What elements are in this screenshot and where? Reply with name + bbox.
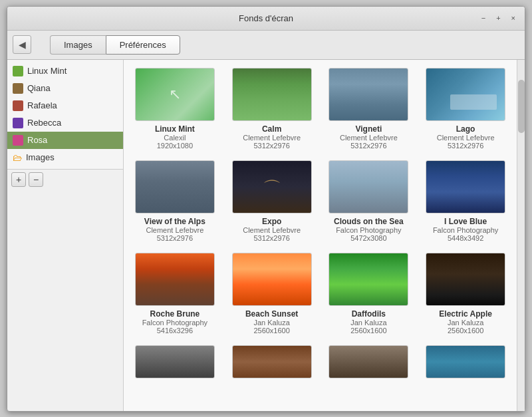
tab-bar: Images Préférences xyxy=(50,35,180,55)
title-vigneti: Vigneti xyxy=(355,124,382,134)
size-expo: 5312x2976 xyxy=(253,234,289,242)
sidebar-label-rosa: Rosa xyxy=(27,135,47,145)
remove-icon: − xyxy=(33,174,39,185)
wallpaper-calm[interactable]: Calm Clement Lefebvre 5312x2976 xyxy=(229,68,315,150)
distro-icon-rosa xyxy=(13,135,23,146)
thumb-beach xyxy=(232,253,312,306)
thumb-col1 xyxy=(135,345,215,378)
wallpaper-clouds[interactable]: Clouds on the Sea Falcon Photography 547… xyxy=(326,160,412,242)
thumb-col2 xyxy=(232,345,312,378)
thumb-col3 xyxy=(329,345,408,378)
title-blue: I Love Blue xyxy=(444,217,487,226)
wallpaper-alps[interactable]: View of the Alps Clement Lefebvre 5312x2… xyxy=(132,160,218,242)
title-calm: Calm xyxy=(262,124,281,134)
size-vigneti: 5312x2976 xyxy=(350,142,386,150)
sidebar-item-rebecca[interactable]: Rebecca xyxy=(7,114,123,132)
sidebar-item-images[interactable]: 🗁 Images xyxy=(7,149,123,166)
thumb-roche xyxy=(135,253,215,306)
distro-icon-linux-mint xyxy=(13,66,23,76)
sidebar-item-rafaela[interactable]: Rafaela xyxy=(7,97,123,114)
author-vigneti: Clement Lefebvre xyxy=(340,134,398,142)
wallpaper-blue[interactable]: I Love Blue Falcon Photography 5448x3492 xyxy=(422,160,509,242)
size-daffodils: 2560x1600 xyxy=(350,327,386,335)
title-expo: Expo xyxy=(262,217,281,226)
distro-icon-rafaela xyxy=(13,100,23,111)
author-alps: Clement Lefebvre xyxy=(146,226,203,234)
wallpaper-electric[interactable]: Electric Apple Jan Kaluza 2560x1600 xyxy=(422,253,509,335)
remove-source-button[interactable]: − xyxy=(29,172,43,187)
sidebar-item-rosa[interactable]: Rosa xyxy=(7,132,123,149)
main-window: Fonds d'écran − + × ◀ Images Préférences… xyxy=(7,6,525,412)
content-area: Linux Mint Qiana Rafaela Rebecca Rosa xyxy=(7,60,525,411)
sidebar-footer: + − xyxy=(7,169,123,190)
wallpaper-grid: Linux Mint Calexil 1920x1080 Calm Clemen… xyxy=(132,68,509,382)
window-controls: − + × xyxy=(479,13,518,23)
scrollbar-thumb[interactable] xyxy=(518,80,525,133)
scrollbar[interactable] xyxy=(517,60,525,411)
wallpaper-expo[interactable]: Expo Clement Lefebvre 5312x2976 xyxy=(229,160,315,242)
author-blue: Falcon Photography xyxy=(433,226,498,234)
sidebar-item-qiana[interactable]: Qiana xyxy=(7,80,123,97)
add-icon: + xyxy=(16,174,21,185)
size-linux-mint: 1920x1080 xyxy=(157,142,193,150)
title-linux-mint: Linux Mint xyxy=(155,124,195,134)
thumb-lago xyxy=(426,68,505,121)
wallpaper-partial-2[interactable] xyxy=(229,345,315,382)
size-clouds: 5472x3080 xyxy=(350,234,386,242)
minimize-button[interactable]: − xyxy=(479,13,488,23)
wallpaper-roche[interactable]: Roche Brune Falcon Photography 5416x3296 xyxy=(132,253,218,335)
wallpaper-partial-4[interactable] xyxy=(422,345,509,382)
wallpaper-lago[interactable]: Lago Clement Lefebvre 5312x2976 xyxy=(422,68,509,150)
author-beach: Jan Kaluza xyxy=(253,319,289,327)
thumb-blue xyxy=(426,160,505,213)
distro-icon-qiana xyxy=(13,83,23,94)
tab-images[interactable]: Images xyxy=(50,35,106,55)
thumb-linux-mint xyxy=(135,68,215,121)
author-electric: Jan Kaluza xyxy=(448,319,483,327)
size-blue: 5448x3492 xyxy=(448,234,483,242)
thumb-expo xyxy=(232,160,312,213)
sidebar-label-qiana: Qiana xyxy=(27,83,51,93)
size-electric: 2560x1600 xyxy=(448,327,483,335)
maximize-button[interactable]: + xyxy=(493,13,503,23)
thumb-alps xyxy=(135,160,215,213)
title-clouds: Clouds on the Sea xyxy=(334,217,404,226)
toolbar: ◀ Images Préférences xyxy=(7,31,525,60)
wallpaper-daffodils[interactable]: Daffodils Jan Kaluza 2560x1600 xyxy=(326,253,412,335)
add-source-button[interactable]: + xyxy=(11,172,26,187)
author-roche: Falcon Photography xyxy=(142,319,207,327)
wallpaper-beach[interactable]: Beach Sunset Jan Kaluza 2560x1600 xyxy=(229,253,315,335)
wallpaper-partial-1[interactable] xyxy=(132,345,218,382)
author-lago: Clement Lefebvre xyxy=(437,134,495,142)
title-daffodils: Daffodils xyxy=(352,309,386,319)
wallpaper-linux-mint[interactable]: Linux Mint Calexil 1920x1080 xyxy=(132,68,218,150)
thumb-clouds xyxy=(329,160,408,213)
wallpaper-partial-3[interactable] xyxy=(326,345,412,382)
tab-preferences[interactable]: Préférences xyxy=(106,35,180,55)
author-daffodils: Jan Kaluza xyxy=(350,319,386,327)
author-clouds: Falcon Photography xyxy=(336,226,401,234)
title-electric: Electric Apple xyxy=(439,309,492,319)
distro-icon-rebecca xyxy=(13,118,23,128)
title-roche: Roche Brune xyxy=(150,309,200,319)
close-button[interactable]: × xyxy=(509,13,518,23)
sidebar-label-rafaela: Rafaela xyxy=(27,100,57,110)
thumb-col4 xyxy=(426,345,505,378)
sidebar: Linux Mint Qiana Rafaela Rebecca Rosa xyxy=(7,60,124,169)
thumb-calm xyxy=(232,68,312,121)
size-lago: 5312x2976 xyxy=(448,142,483,150)
title-alps: View of the Alps xyxy=(144,217,205,226)
thumb-vigneti xyxy=(329,68,408,121)
author-calm: Clement Lefebvre xyxy=(243,134,301,142)
sidebar-label-rebecca: Rebecca xyxy=(27,118,61,128)
wallpaper-vigneti[interactable]: Vigneti Clement Lefebvre 5312x2976 xyxy=(326,68,412,150)
sidebar-item-linux-mint[interactable]: Linux Mint xyxy=(7,63,123,80)
folder-icon: 🗁 xyxy=(13,152,22,163)
sidebar-label-images: Images xyxy=(26,152,55,162)
author-linux-mint: Calexil xyxy=(164,134,186,142)
wallpaper-grid-area: Linux Mint Calexil 1920x1080 Calm Clemen… xyxy=(124,60,517,411)
window-title: Fonds d'écran xyxy=(239,13,293,23)
sidebar-label-linux-mint: Linux Mint xyxy=(27,66,66,76)
sidebar-wrapper: Linux Mint Qiana Rafaela Rebecca Rosa xyxy=(7,60,124,411)
back-button[interactable]: ◀ xyxy=(13,35,31,54)
